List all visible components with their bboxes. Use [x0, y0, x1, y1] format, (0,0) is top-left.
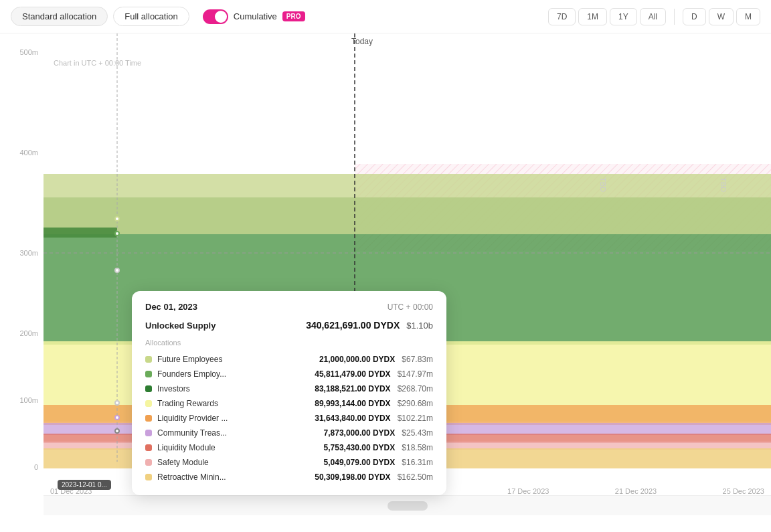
tooltip-row-left: Liquidity Provider ... [145, 414, 279, 423]
tab-standard[interactable]: Standard allocation [11, 7, 108, 26]
tooltip-row-left: Retroactive Minin... [145, 472, 279, 482]
allocation-usd: $18.58m [402, 443, 433, 452]
allocation-values: 5,753,430.00 DYDX $18.58m [324, 443, 433, 452]
allocation-values: 45,811,479.00 DYDX $147.97m [315, 369, 433, 379]
allocation-usd: $268.70m [398, 384, 433, 393]
tooltip-row: Liquidity Module 5,753,430.00 DYDX $18.5… [145, 440, 433, 455]
cumulative-label: Cumulative [234, 11, 277, 21]
tooltip-row-left: Community Treas... [145, 428, 279, 438]
toolbar: Standard allocation Full allocation Cumu… [0, 0, 771, 33]
allocation-usd: $25.43m [402, 428, 433, 438]
tooltip-row: Retroactive Minin... 50,309,198.00 DYDX … [145, 470, 433, 484]
tbd-label-1: TBD [599, 177, 607, 192]
tooltip-date: Dec 01, 2023 [145, 302, 197, 312]
tooltip-supply-label: Unlocked Supply [145, 321, 216, 331]
time-1y[interactable]: 1Y [610, 8, 637, 25]
y-label-0: 0 [34, 463, 38, 471]
edge-dot-2 [114, 231, 120, 236]
allocation-usd: $162.50m [398, 472, 433, 482]
interval-d[interactable]: D [683, 8, 706, 25]
allocation-dot [145, 459, 152, 466]
allocation-dot [145, 474, 152, 480]
allocation-dot [145, 444, 152, 451]
tooltip-row: Community Treas... 7,873,000.00 DYDX $25… [145, 426, 433, 440]
cumulative-toggle-group: Cumulative PRO [203, 9, 305, 24]
edge-dot-5 [114, 415, 120, 420]
interval-m[interactable]: M [736, 8, 760, 25]
date-label-bottom: 2023-12-01 0... [58, 480, 111, 490]
allocation-dot [145, 400, 152, 407]
interval-w[interactable]: W [709, 8, 734, 25]
time-1m[interactable]: 1M [578, 8, 607, 25]
allocation-values: 83,188,521.00 DYDX $268.70m [315, 384, 433, 393]
allocation-values: 31,643,840.00 DYDX $102.21m [315, 414, 433, 423]
allocation-name: Liquidity Provider ... [157, 414, 228, 423]
allocation-name: Investors [157, 384, 190, 393]
x-label-5: 21 Dec 2023 [615, 487, 657, 495]
tooltip-rows-container: Future Employees 21,000,000.00 DYDX $67.… [145, 352, 433, 484]
edge-dot-6 [114, 428, 120, 434]
tooltip-row-left: Trading Rewards [145, 399, 279, 408]
allocation-dydx: 5,049,079.00 DYDX [324, 458, 396, 467]
allocation-values: 50,309,198.00 DYDX $162.50m [315, 472, 433, 482]
allocation-values: 21,000,000.00 DYDX $67.83m [319, 355, 433, 364]
tooltip-utc: UTC + 00:00 [388, 302, 433, 312]
allocation-values: 89,993,144.00 DYDX $290.68m [315, 399, 433, 408]
allocation-name: Founders Employ... [157, 369, 226, 379]
y-label-400m: 400m [19, 149, 38, 157]
tooltip-row-left: Future Employees [145, 355, 279, 364]
time-range-group: 7D 1M 1Y All [548, 8, 666, 25]
allocation-usd: $67.83m [402, 355, 433, 364]
pro-badge: PRO [282, 11, 305, 21]
allocation-name: Safety Module [157, 458, 209, 467]
allocation-dydx: 5,753,430.00 DYDX [324, 443, 396, 452]
tab-full[interactable]: Full allocation [113, 7, 189, 26]
cumulative-toggle[interactable] [203, 9, 228, 24]
allocation-dydx: 45,811,479.00 DYDX [315, 369, 390, 379]
allocation-dot [145, 385, 152, 392]
allocation-dot [145, 371, 152, 377]
tooltip-row: Liquidity Provider ... 31,643,840.00 DYD… [145, 411, 433, 426]
allocation-usd: $102.21m [398, 414, 433, 423]
edge-dot-3 [114, 268, 120, 273]
y-label-100m: 100m [19, 396, 38, 404]
x-label-4: 17 Dec 2023 [507, 487, 549, 495]
x-label-6: 25 Dec 2023 [723, 487, 764, 495]
svg-rect-4 [44, 174, 771, 234]
allocation-dot [145, 356, 152, 363]
allocation-dydx: 31,643,840.00 DYDX [315, 414, 390, 423]
tooltip-supply-values: 340,621,691.00 DYDX $1.10b [306, 320, 433, 331]
tooltip-allocations-label: Allocations [145, 339, 433, 347]
allocation-usd: $16.31m [402, 458, 433, 467]
today-label: Today [351, 37, 373, 46]
time-all[interactable]: All [640, 8, 666, 25]
tooltip-row: Future Employees 21,000,000.00 DYDX $67.… [145, 352, 433, 367]
edge-dot-4 [114, 400, 120, 406]
scrollbar-area[interactable] [44, 495, 771, 515]
tooltip-row: Safety Module 5,049,079.00 DYDX $16.31m [145, 455, 433, 470]
chart-container[interactable]: Chart in UTC + 00:00 Time 500m 400m 300m… [0, 33, 771, 515]
scrollbar-handle[interactable] [388, 501, 428, 511]
allocation-dot [145, 415, 152, 422]
allocation-values: 5,049,079.00 DYDX $16.31m [324, 458, 433, 467]
tooltip: Dec 01, 2023 UTC + 00:00 Unlocked Supply… [132, 291, 446, 495]
allocation-usd: $147.97m [398, 369, 433, 379]
y-label-300m: 300m [19, 249, 38, 257]
edge-dot-1 [114, 216, 120, 221]
allocation-usd: $290.68m [398, 399, 433, 408]
allocation-dot [145, 430, 152, 436]
time-7d[interactable]: 7D [548, 8, 576, 25]
y-axis: 500m 400m 300m 200m 100m 0 [0, 33, 44, 515]
tooltip-row-left: Investors [145, 384, 279, 393]
allocation-name: Community Treas... [157, 428, 227, 438]
tooltip-row-left: Safety Module [145, 458, 279, 467]
allocation-name: Retroactive Minin... [157, 472, 226, 482]
y-label-200m: 200m [19, 329, 38, 337]
allocation-name: Liquidity Module [157, 443, 216, 452]
tooltip-row: Founders Employ... 45,811,479.00 DYDX $1… [145, 367, 433, 381]
toolbar-divider [674, 9, 675, 25]
allocation-dydx: 7,873,000.00 DYDX [324, 428, 396, 438]
svg-rect-5 [44, 228, 117, 238]
tooltip-row: Trading Rewards 89,993,144.00 DYDX $290.… [145, 396, 433, 411]
tooltip-row: Investors 83,188,521.00 DYDX $268.70m [145, 381, 433, 396]
